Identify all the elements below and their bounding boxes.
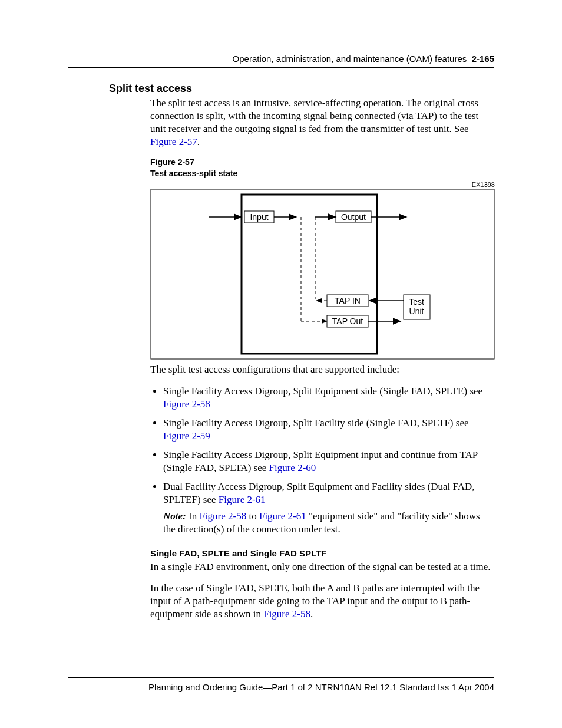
configs-intro: The split test access configurations tha… bbox=[150, 363, 494, 376]
label-tap-out: TAP Out bbox=[332, 317, 363, 326]
header-title: Operation, administration, and maintenan… bbox=[233, 54, 467, 64]
page-footer: Planning and Ordering Guide—Part 1 of 2 … bbox=[68, 677, 494, 693]
link-figure-2-59[interactable]: Figure 2-59 bbox=[163, 430, 210, 442]
diagram-split-test-access: Input Output TAP IN TA bbox=[150, 189, 495, 360]
svg-rect-0 bbox=[151, 189, 494, 359]
link-figure-2-58-b[interactable]: Figure 2-58 bbox=[199, 510, 246, 522]
link-figure-2-58[interactable]: Figure 2-58 bbox=[163, 398, 210, 410]
list-item: Single Facility Access Digroup, Split Eq… bbox=[163, 385, 494, 411]
section-heading: Split test access bbox=[109, 82, 494, 95]
subsection-p1: In a single FAD environment, only one di… bbox=[150, 561, 494, 574]
link-figure-2-61[interactable]: Figure 2-61 bbox=[219, 494, 266, 505]
list-item: Single Facility Access Digroup, Split Fa… bbox=[163, 417, 494, 443]
list-item: Dual Facility Access Digroup, Split Equi… bbox=[163, 480, 494, 536]
link-figure-2-60[interactable]: Figure 2-60 bbox=[269, 462, 316, 473]
label-test: Test bbox=[409, 297, 424, 307]
note: Note: In Figure 2-58 to Figure 2-61 "equ… bbox=[163, 510, 494, 536]
subsection-heading: Single FAD, SPLTE and Single FAD SPLTF bbox=[150, 548, 494, 559]
page-number: 2-165 bbox=[472, 54, 494, 64]
label-output: Output bbox=[341, 212, 366, 222]
link-figure-2-57[interactable]: Figure 2-57 bbox=[150, 136, 197, 147]
label-tap-in: TAP IN bbox=[335, 296, 361, 305]
label-unit: Unit bbox=[409, 307, 424, 316]
link-figure-2-58-c[interactable]: Figure 2-58 bbox=[263, 608, 310, 620]
subsection-p2: In the case of Single FAD, SPLTE, both t… bbox=[150, 582, 494, 621]
figure-caption: Figure 2-57 Test access-split state bbox=[150, 157, 494, 179]
intro-paragraph: The split test access is an intrusive, s… bbox=[150, 97, 494, 149]
list-item: Single Facility Access Digroup, Split Eq… bbox=[163, 449, 494, 475]
label-input: Input bbox=[250, 212, 268, 222]
config-list: Single Facility Access Digroup, Split Eq… bbox=[150, 385, 494, 536]
page-header: Operation, administration, and maintenan… bbox=[68, 53, 494, 68]
link-figure-2-61-b[interactable]: Figure 2-61 bbox=[259, 510, 306, 522]
figure-code: EX1398 bbox=[150, 180, 495, 189]
